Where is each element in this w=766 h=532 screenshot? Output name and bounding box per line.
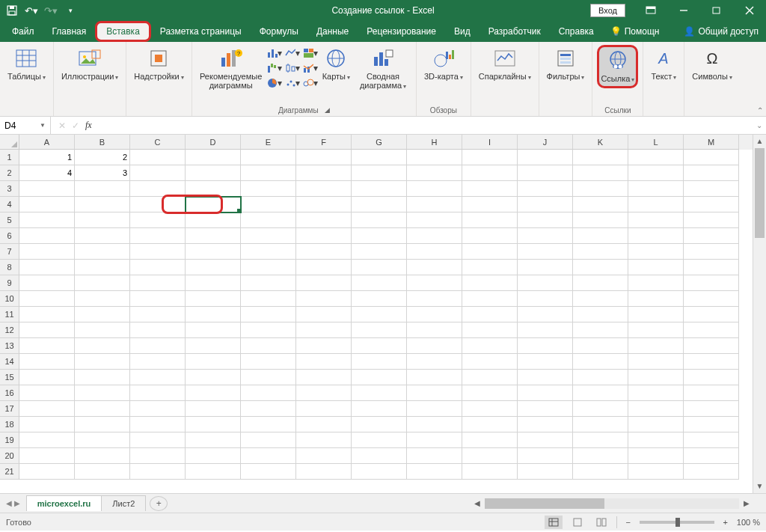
cell[interactable] — [684, 401, 739, 417]
cell[interactable] — [628, 213, 684, 228]
column-header[interactable]: M — [684, 135, 739, 150]
row-header[interactable]: 19 — [0, 432, 19, 448]
cell[interactable] — [573, 307, 628, 322]
cell[interactable] — [573, 401, 628, 417]
cell[interactable] — [75, 244, 130, 260]
waterfall-chart-icon[interactable]: ▾ — [267, 61, 282, 75]
cell[interactable] — [407, 213, 462, 228]
cell[interactable] — [628, 181, 684, 197]
cell[interactable] — [296, 338, 352, 354]
cell[interactable]: 4 — [19, 165, 75, 181]
cell[interactable] — [573, 275, 628, 291]
cell[interactable] — [186, 181, 241, 197]
cell[interactable] — [462, 150, 518, 165]
cell[interactable] — [19, 260, 75, 275]
zoom-level[interactable]: 100 % — [737, 518, 760, 527]
formula-input[interactable] — [99, 117, 753, 134]
cell[interactable] — [407, 181, 462, 197]
cell[interactable] — [518, 338, 573, 354]
cell[interactable] — [462, 181, 518, 197]
cell[interactable] — [518, 307, 573, 322]
sheet-tab-active[interactable]: microexcel.ru — [26, 495, 102, 511]
row-header[interactable]: 17 — [0, 401, 19, 417]
row-header[interactable]: 20 — [0, 448, 19, 464]
cell[interactable] — [518, 322, 573, 338]
tab-developer[interactable]: Разработчик — [479, 21, 550, 42]
cell[interactable] — [352, 338, 407, 354]
cell[interactable] — [628, 354, 684, 370]
cell[interactable] — [407, 197, 462, 213]
cell[interactable] — [628, 307, 684, 322]
sparklines-button[interactable]: Спарклайны — [476, 45, 534, 84]
cell[interactable] — [518, 181, 573, 197]
cell[interactable] — [518, 385, 573, 401]
cell[interactable] — [296, 165, 352, 181]
cell[interactable] — [628, 244, 684, 260]
cell[interactable] — [518, 417, 573, 432]
cell[interactable] — [518, 401, 573, 417]
tab-review[interactable]: Рецензирование — [358, 21, 445, 42]
cell[interactable] — [296, 197, 352, 213]
cell[interactable] — [628, 385, 684, 401]
scroll-right-icon[interactable]: ▶ — [741, 499, 753, 507]
cell[interactable] — [130, 244, 186, 260]
cell[interactable] — [19, 307, 75, 322]
scroll-left-icon[interactable]: ◀ — [471, 499, 483, 507]
cell[interactable] — [407, 260, 462, 275]
cell[interactable] — [130, 432, 186, 448]
cell[interactable] — [296, 307, 352, 322]
row-header[interactable]: 18 — [0, 417, 19, 432]
cell[interactable] — [130, 370, 186, 385]
cell[interactable] — [352, 197, 407, 213]
cell[interactable] — [19, 244, 75, 260]
cell[interactable] — [352, 165, 407, 181]
cell[interactable] — [75, 464, 130, 480]
cell[interactable] — [186, 448, 241, 464]
column-header[interactable]: B — [75, 135, 130, 150]
cell[interactable] — [684, 354, 739, 370]
line-chart-icon[interactable]: ▾ — [285, 46, 300, 60]
enter-formula-icon[interactable]: ✓ — [72, 120, 79, 131]
cell[interactable] — [462, 417, 518, 432]
horizontal-scrollbar[interactable]: ◀ ▶ — [168, 498, 766, 509]
text-button[interactable]: A Текст — [648, 45, 679, 84]
hierarchy-chart-icon[interactable]: ▾ — [303, 46, 318, 60]
cancel-formula-icon[interactable]: ✕ — [58, 120, 66, 131]
cell[interactable] — [407, 275, 462, 291]
cell[interactable] — [573, 322, 628, 338]
cell[interactable] — [352, 181, 407, 197]
cell[interactable] — [518, 150, 573, 165]
cell[interactable] — [19, 385, 75, 401]
cell[interactable] — [573, 260, 628, 275]
cell[interactable] — [352, 228, 407, 244]
cell[interactable] — [241, 385, 296, 401]
cell[interactable] — [75, 448, 130, 464]
illustrations-button[interactable]: Иллюстрации — [58, 45, 121, 84]
vertical-scrollbar[interactable]: ▲ ▼ — [753, 135, 766, 493]
cell[interactable] — [462, 307, 518, 322]
cell[interactable] — [407, 150, 462, 165]
cell[interactable] — [352, 432, 407, 448]
cell[interactable] — [352, 448, 407, 464]
cell[interactable] — [518, 464, 573, 480]
filters-button[interactable]: Фильтры — [544, 45, 588, 84]
cell[interactable] — [19, 354, 75, 370]
zoom-in-button[interactable]: + — [720, 518, 731, 527]
cell[interactable] — [462, 432, 518, 448]
cell[interactable] — [241, 165, 296, 181]
cell[interactable] — [19, 401, 75, 417]
cell[interactable] — [518, 213, 573, 228]
cell[interactable] — [462, 275, 518, 291]
addins-button[interactable]: Надстройки — [131, 45, 186, 84]
cell[interactable] — [462, 354, 518, 370]
cell[interactable] — [241, 354, 296, 370]
cell[interactable] — [296, 275, 352, 291]
cell[interactable] — [75, 260, 130, 275]
cell[interactable] — [75, 401, 130, 417]
sheet-nav[interactable]: ◀ ▶ — [0, 499, 26, 507]
column-header[interactable]: A — [19, 135, 75, 150]
surface-chart-icon[interactable]: ▾ — [303, 76, 318, 90]
zoom-slider[interactable] — [640, 521, 714, 524]
cell[interactable] — [75, 213, 130, 228]
column-header[interactable]: K — [573, 135, 628, 150]
